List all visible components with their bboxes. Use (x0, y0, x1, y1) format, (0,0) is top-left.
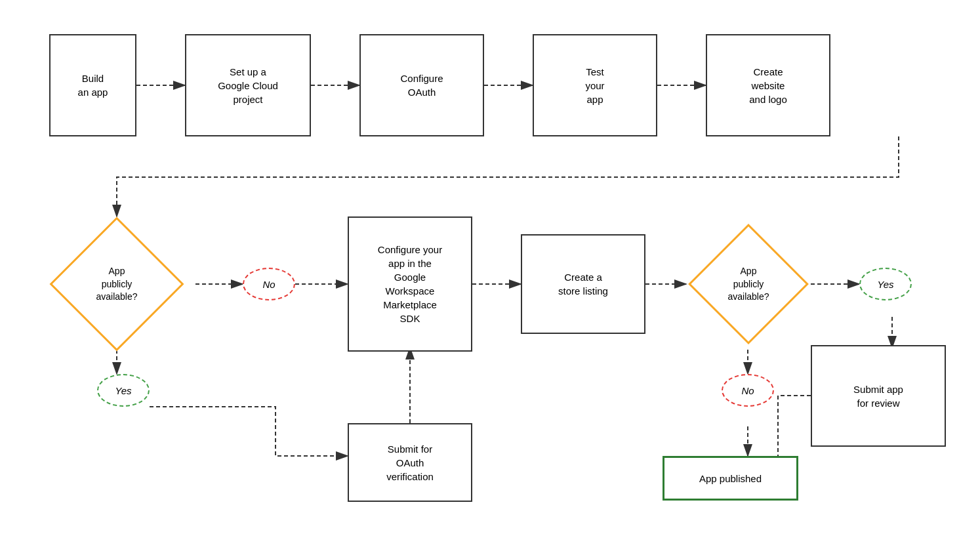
yes-right-oval: Yes (859, 268, 912, 300)
setup-google-label: Set up a Google Cloud project (218, 65, 278, 106)
app-public-left-diamond: App publicly available? (45, 216, 189, 352)
flowchart-diagram: Build an app Set up a Google Cloud proje… (0, 0, 980, 534)
yes-left-label: Yes (115, 385, 131, 396)
create-website-box: Create website and logo (706, 34, 830, 136)
no-left-oval: No (243, 268, 295, 300)
build-app-label: Build an app (78, 72, 108, 99)
app-public-right-diamond: App publicly available? (686, 216, 811, 352)
yes-right-label: Yes (877, 279, 893, 290)
app-published-label: App published (699, 472, 762, 485)
no-right-label: No (741, 385, 754, 396)
create-store-label: Create a store listing (558, 270, 608, 298)
submit-oauth-box: Submit for OAuth verification (348, 423, 472, 502)
submit-oauth-label: Submit for OAuth verification (386, 442, 434, 483)
app-public-right-label: App publicly available? (716, 265, 781, 304)
no-left-label: No (262, 279, 275, 290)
create-store-box: Create a store listing (521, 234, 645, 334)
no-right-oval: No (722, 374, 774, 407)
test-app-label: Test your app (585, 65, 604, 106)
configure-workspace-box: Configure your app in the Google Workspa… (348, 216, 472, 352)
configure-oauth-box: Configure OAuth (359, 34, 484, 136)
configure-oauth-label: Configure OAuth (400, 72, 443, 99)
create-website-label: Create website and logo (749, 65, 787, 106)
build-app-box: Build an app (49, 34, 136, 136)
app-public-left-label: App publicly available? (81, 265, 153, 304)
app-published-box: App published (663, 456, 798, 501)
yes-left-oval: Yes (97, 374, 150, 407)
test-app-box: Test your app (533, 34, 657, 136)
configure-workspace-label: Configure your app in the Google Workspa… (378, 243, 442, 325)
setup-google-box: Set up a Google Cloud project (185, 34, 311, 136)
submit-review-label: Submit app for review (853, 382, 903, 410)
submit-review-box: Submit app for review (811, 345, 946, 447)
